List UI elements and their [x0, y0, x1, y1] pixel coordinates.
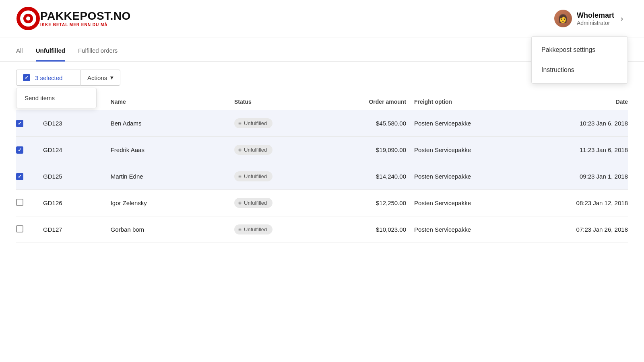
menu-item-instructions[interactable]: Instructions	[532, 60, 627, 80]
row-checkbox-checked[interactable]	[16, 173, 23, 180]
selected-count: 3 selected	[35, 74, 62, 81]
menu-item-pakkepost-settings[interactable]: Pakkepost settings	[532, 40, 627, 60]
row-checkbox-empty[interactable]	[16, 225, 23, 232]
row-name: Martin Edne	[111, 163, 234, 190]
row-checkbox-cell[interactable]	[16, 110, 43, 137]
row-name: Igor Zelensky	[111, 190, 234, 216]
table-row[interactable]: GD126Igor ZelenskyUnfulfilled$12,250.00P…	[16, 190, 628, 216]
row-status: Unfulfilled	[234, 163, 324, 190]
svg-point-3	[26, 16, 30, 21]
actions-dropdown-icon: ▾	[110, 74, 114, 81]
table-row[interactable]: GD124Fredrik AaasUnfulfilled$19,090.00Po…	[16, 137, 628, 163]
row-order-amount: $14,240.00	[324, 163, 415, 190]
status-badge: Unfulfilled	[234, 198, 272, 208]
row-checkbox-checked[interactable]	[16, 146, 23, 154]
row-date: 07:23 Jan 26, 2018	[526, 216, 628, 243]
table-header-row: Orderid Name Status Order amount Freight…	[16, 94, 628, 110]
row-name: Fredrik Aaas	[111, 137, 234, 163]
selection-info[interactable]: 3 selected	[16, 70, 80, 86]
row-date: 09:23 Jan 1, 2018	[526, 163, 628, 190]
row-orderid: GD125	[43, 163, 111, 190]
select-all-checkbox[interactable]	[23, 74, 30, 81]
row-status: Unfulfilled	[234, 137, 324, 163]
status-badge: Unfulfilled	[234, 171, 272, 181]
status-badge: Unfulfilled	[234, 224, 272, 234]
row-order-amount: $12,250.00	[324, 190, 415, 216]
tab-fulfilled-orders[interactable]: Fulfilled orders	[78, 41, 118, 62]
user-info: Wholemart Administrator	[577, 11, 614, 26]
header-freight-option: Freight option	[414, 94, 526, 110]
logo-text: PAKKEPOST.NO IKKE BETAL MER ENN DU MÅ	[40, 10, 131, 27]
logo: PAKKEPOST.NO IKKE BETAL MER ENN DU MÅ	[16, 6, 131, 31]
user-name: Wholemart	[577, 11, 614, 20]
logo-icon	[16, 6, 40, 31]
status-text: Unfulfilled	[244, 147, 267, 153]
tab-unfulfilled[interactable]: Unfulfilled	[36, 41, 65, 62]
row-name: Ben Adams	[111, 110, 234, 137]
logo-sub-text: IKKE BETAL MER ENN DU MÅ	[40, 23, 131, 27]
table-area: Orderid Name Status Order amount Freight…	[0, 94, 644, 243]
chevron-down-icon: ›	[621, 14, 623, 23]
row-checkbox-cell[interactable]	[16, 163, 43, 190]
status-text: Unfulfilled	[244, 200, 267, 206]
user-menu[interactable]: 👩 Wholemart Administrator ›	[549, 6, 628, 31]
row-orderid: GD124	[43, 137, 111, 163]
status-dot-icon	[238, 148, 242, 152]
row-checkbox-checked[interactable]	[16, 120, 23, 127]
status-dot-icon	[238, 202, 242, 205]
header-name: Name	[111, 94, 234, 110]
actions-label: Actions	[87, 74, 107, 81]
header-date: Date	[526, 94, 628, 110]
table-row[interactable]: GD125Martin EdneUnfulfilled$14,240.00Pos…	[16, 163, 628, 190]
orders-table: Orderid Name Status Order amount Freight…	[16, 94, 628, 243]
row-checkbox-cell[interactable]	[16, 190, 43, 216]
actions-dropdown-menu: Send items	[16, 88, 97, 108]
status-text: Unfulfilled	[244, 173, 267, 179]
row-date: 08:23 Jan 12, 2018	[526, 190, 628, 216]
row-orderid: GD127	[43, 216, 111, 243]
status-dot-icon	[238, 175, 242, 178]
user-dropdown-menu: Pakkepost settings Instructions	[531, 36, 628, 84]
status-dot-icon	[238, 122, 242, 125]
status-badge: Unfulfilled	[234, 118, 272, 128]
row-checkbox-cell[interactable]	[16, 137, 43, 163]
table-row[interactable]: GD127Gorban bomUnfulfilled$10,023.00Post…	[16, 216, 628, 243]
row-status: Unfulfilled	[234, 190, 324, 216]
status-badge: Unfulfilled	[234, 145, 272, 155]
row-checkbox-empty[interactable]	[16, 199, 23, 206]
row-date: 10:23 Jan 6, 2018	[526, 110, 628, 137]
header-status: Status	[234, 94, 324, 110]
avatar: 👩	[554, 10, 572, 27]
row-order-amount: $10,023.00	[324, 216, 415, 243]
row-orderid: GD126	[43, 190, 111, 216]
row-freight-option: Posten Servicepakke	[414, 190, 526, 216]
row-order-amount: $19,090.00	[324, 137, 415, 163]
status-dot-icon	[238, 228, 242, 231]
row-status: Unfulfilled	[234, 110, 324, 137]
header: PAKKEPOST.NO IKKE BETAL MER ENN DU MÅ 👩 …	[0, 0, 644, 37]
actions-button[interactable]: Actions ▾	[80, 70, 120, 86]
row-freight-option: Posten Servicepakke	[414, 110, 526, 137]
action-send-items[interactable]: Send items	[17, 90, 96, 106]
row-checkbox-cell[interactable]	[16, 216, 43, 243]
tab-all[interactable]: All	[16, 41, 23, 62]
logo-main-text: PAKKEPOST.NO	[40, 10, 131, 23]
table-row[interactable]: GD123Ben AdamsUnfulfilled$45,580.00Poste…	[16, 110, 628, 137]
row-orderid: GD123	[43, 110, 111, 137]
row-name: Gorban bom	[111, 216, 234, 243]
user-role: Administrator	[577, 20, 614, 26]
row-freight-option: Posten Servicepakke	[414, 137, 526, 163]
status-text: Unfulfilled	[244, 120, 267, 126]
row-freight-option: Posten Servicepakke	[414, 163, 526, 190]
header-order-amount: Order amount	[324, 94, 415, 110]
row-freight-option: Posten Servicepakke	[414, 216, 526, 243]
row-order-amount: $45,580.00	[324, 110, 415, 137]
row-date: 11:23 Jan 6, 2018	[526, 137, 628, 163]
row-status: Unfulfilled	[234, 216, 324, 243]
status-text: Unfulfilled	[244, 226, 267, 232]
